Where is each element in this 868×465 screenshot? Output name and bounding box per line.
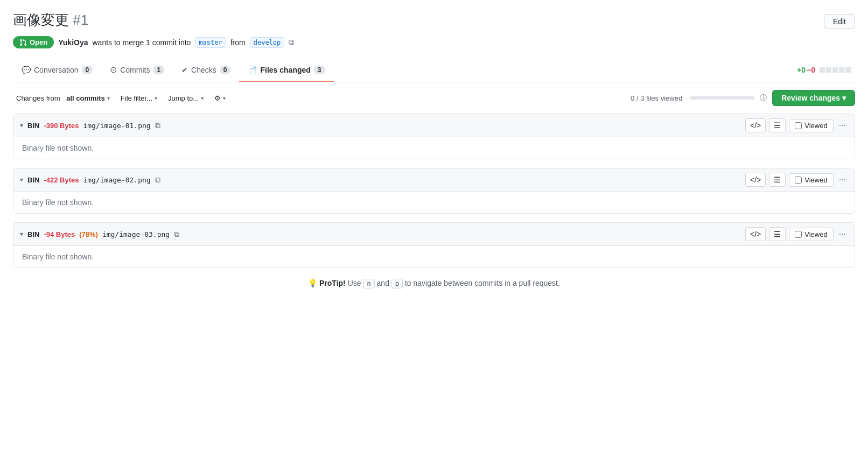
protip-prefix: ProTip! (319, 279, 346, 287)
file-path-2: img/image-02.png (83, 176, 150, 184)
review-changes-button[interactable]: Review changes ▾ (772, 90, 855, 106)
changes-from-filter[interactable]: Changes from all commits ▾ (13, 92, 113, 104)
changes-from-caret: ▾ (107, 95, 110, 101)
file-card-3: ▾ BIN -94 Bytes (78%) img/image-03.png ⧉… (13, 222, 855, 268)
binary-text-2: Binary file not shown. (22, 198, 94, 207)
jump-to-btn[interactable]: Jump to... ▾ (165, 92, 207, 104)
viewed-checkbox-3[interactable] (795, 231, 802, 238)
changes-from-value: all commits (66, 94, 105, 102)
file-body-2: Binary file not shown. (13, 192, 855, 213)
more-btn-3[interactable]: ··· (837, 227, 848, 241)
file-filter-btn[interactable]: File filter... ▾ (117, 92, 160, 104)
tab-files-changed[interactable]: 📄 Files changed 3 (239, 59, 333, 82)
files-viewed-bar (690, 96, 754, 100)
file-header-left-2: ▾ BIN -422 Bytes img/image-02.png ⧉ (20, 175, 745, 185)
status-desc-mid1: wants to merge 1 commit into (93, 38, 191, 47)
diff-bar-4 (839, 67, 844, 73)
file-header-right-1: </> ☰ Viewed ··· (745, 118, 848, 132)
viewed-text-1: Viewed (804, 122, 827, 130)
branch-target[interactable]: master (195, 37, 226, 48)
view-rich-btn-1[interactable]: ☰ (769, 118, 786, 132)
filter-row-right: 0 / 3 files viewed ⓘ Review changes ▾ (631, 90, 855, 106)
file-card-2: ▾ BIN -422 Bytes img/image-02.png ⧉ </> … (13, 168, 855, 214)
view-source-btn-3[interactable]: </> (745, 227, 766, 241)
file-header-2: ▾ BIN -422 Bytes img/image-02.png ⧉ </> … (13, 168, 855, 192)
commits-icon: ⊙ (110, 65, 117, 75)
file-type-badge-3: BIN (27, 230, 39, 238)
diff-bar-2 (826, 67, 831, 73)
pr-title: 画像変更 #1 (13, 11, 88, 30)
view-source-btn-1[interactable]: </> (745, 118, 766, 132)
files-changed-icon: 📄 (248, 66, 257, 74)
file-filter-caret: ▾ (155, 95, 157, 101)
author-name: YukiOya (58, 38, 88, 47)
diff-stat: +0 −0 (797, 66, 855, 74)
file-body-1: Binary file not shown. (13, 137, 855, 159)
open-badge: Open (13, 36, 54, 48)
branch-source[interactable]: develop (250, 37, 285, 48)
protip: 💡 ProTip! Use n and p to navigate betwee… (13, 279, 855, 288)
tab-checks[interactable]: ✔ Checks 0 (173, 59, 239, 82)
file-header-right-3: </> ☰ Viewed ··· (745, 227, 848, 241)
tab-commits-count: 1 (153, 66, 164, 74)
view-rich-btn-3[interactable]: ☰ (769, 227, 786, 241)
file-type-badge-2: BIN (27, 176, 39, 184)
view-source-icon-3: </> (750, 230, 761, 238)
more-btn-1[interactable]: ··· (837, 118, 848, 132)
tab-conversation[interactable]: 💬 Conversation 0 (13, 59, 101, 82)
viewed-label-2[interactable]: Viewed (789, 173, 833, 187)
viewed-label-1[interactable]: Viewed (789, 119, 833, 132)
file-diff-size-2: -422 Bytes (44, 176, 79, 184)
jump-to-caret: ▾ (201, 95, 204, 101)
protip-text-mid: and (377, 279, 389, 287)
tab-files-changed-count: 3 (314, 66, 325, 74)
file-filter-label: File filter... (121, 94, 152, 102)
binary-text-1: Binary file not shown. (22, 144, 94, 152)
file-diff-size-3: -94 Bytes (44, 230, 75, 238)
tab-checks-label: Checks (191, 66, 216, 74)
collapse-btn-1[interactable]: ▾ (20, 122, 23, 129)
copy-branch-icon[interactable]: ⧉ (289, 38, 294, 47)
viewed-label-3[interactable]: Viewed (789, 228, 833, 241)
file-copy-icon-3[interactable]: ⧉ (174, 230, 179, 239)
file-copy-icon-2[interactable]: ⧉ (155, 175, 160, 185)
file-header-left-1: ▾ BIN -390 Bytes img/image-01.png ⧉ (20, 121, 745, 130)
key-n: n (363, 279, 374, 288)
tab-commits[interactable]: ⊙ Commits 1 (101, 58, 173, 82)
settings-btn[interactable]: ⚙ ▾ (211, 92, 229, 104)
viewed-text-3: Viewed (804, 230, 827, 238)
collapse-btn-3[interactable]: ▾ (20, 230, 23, 238)
view-rich-btn-2[interactable]: ☰ (769, 173, 786, 187)
viewed-text-2: Viewed (804, 176, 827, 184)
tab-conversation-label: Conversation (34, 66, 79, 74)
file-body-3: Binary file not shown. (13, 246, 855, 267)
collapse-btn-2[interactable]: ▾ (20, 176, 23, 184)
viewed-checkbox-1[interactable] (795, 122, 802, 129)
view-source-btn-2[interactable]: </> (745, 173, 766, 187)
file-diff-pct-3: (78%) (79, 230, 98, 238)
gear-caret: ▾ (223, 95, 226, 101)
viewed-checkbox-2[interactable] (795, 177, 802, 184)
jump-to-label: Jump to... (168, 94, 199, 102)
edit-button[interactable]: Edit (824, 14, 855, 29)
view-rich-icon-3: ☰ (774, 230, 781, 238)
diff-stat-separator: −0 (807, 66, 815, 74)
pr-header: 画像変更 #1 Edit (13, 11, 855, 30)
key-p: p (391, 279, 403, 288)
file-copy-icon-1[interactable]: ⧉ (155, 121, 160, 130)
more-btn-2[interactable]: ··· (837, 173, 848, 187)
info-icon[interactable]: ⓘ (760, 93, 767, 103)
file-diff-size-1: -390 Bytes (44, 122, 79, 130)
file-header-1: ▾ BIN -390 Bytes img/image-01.png ⧉ </> … (13, 114, 855, 137)
tab-files-changed-label: Files changed (260, 66, 310, 74)
pr-number: #1 (73, 12, 88, 28)
diff-stat-bars (820, 67, 851, 73)
pr-title-text: 画像変更 (13, 12, 69, 28)
changes-from-label: Changes from (16, 94, 60, 102)
protip-text-before: Use (348, 279, 361, 287)
diff-bar-5 (845, 67, 851, 73)
diff-bar-3 (832, 67, 838, 73)
diff-bar-1 (820, 67, 825, 73)
view-rich-icon-1: ☰ (774, 121, 781, 130)
binary-text-3: Binary file not shown. (22, 252, 94, 261)
